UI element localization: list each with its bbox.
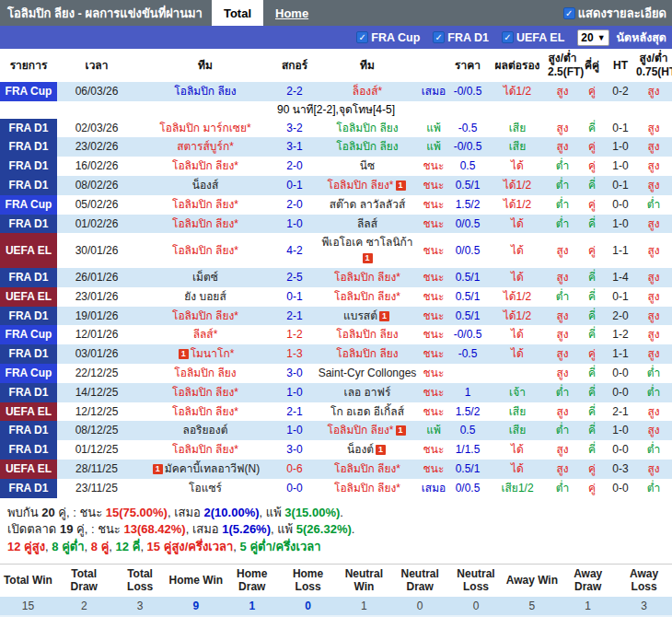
odd-even-cell: คู่ xyxy=(578,344,606,364)
odd-even-cell: คี่ xyxy=(578,440,606,460)
result-cell: ชนะ xyxy=(420,307,447,326)
odds-cell: 0.5/1 xyxy=(447,460,488,479)
odds-cell: 0.5 xyxy=(447,421,488,440)
odd-even-cell: คู่ xyxy=(578,157,606,176)
odds-cell: 0.5/1 xyxy=(447,287,488,307)
over-under-ht-cell: ต่ำ xyxy=(635,364,672,383)
stats-value: 15 xyxy=(0,597,56,615)
stats-header-row: Total WinTotal DrawTotal LossHome WinHom… xyxy=(0,565,672,597)
halftime-score-cell: 0-0 xyxy=(606,440,635,460)
result-cell: ชนะ xyxy=(420,440,447,460)
team-name: ลีลส์* xyxy=(193,328,218,341)
uefa-el-checkbox-icon[interactable]: ✓ xyxy=(502,31,514,43)
team-name: สตารส์บูร์ก* xyxy=(177,140,234,153)
score-cell: 2-5 xyxy=(274,268,315,287)
red-card-icon: 1 xyxy=(376,445,386,455)
tab-home[interactable]: Home xyxy=(263,0,320,26)
result-cell: ชนะ xyxy=(420,364,447,383)
team-name: โอลิมปิก ลียง* xyxy=(172,217,238,230)
odd-even-cell: คู่ xyxy=(578,460,606,479)
stats-value: 0 xyxy=(448,597,504,615)
match-row: FRA D101/12/25โอลิมปิก ลียง*3-0น็องต์1ชน… xyxy=(0,440,672,460)
column-header: รายการ xyxy=(0,49,57,82)
score-cell: 1-3 xyxy=(274,344,315,364)
filter-fra-cup[interactable]: ✓ FRA Cup xyxy=(356,31,420,44)
odds-cell: -0.5 xyxy=(447,344,488,364)
halftime-score-cell: 1-0 xyxy=(606,421,635,440)
home-team-cell: โอลิมปิก ลียง* xyxy=(136,215,274,234)
detail-checkbox-label: แสดงรายละเอียด xyxy=(578,4,666,23)
team-name: โอลิมปิก ลียง* xyxy=(172,159,238,172)
team-name: โอลิมปิก ลียง* xyxy=(334,462,400,475)
handicap-result-cell: ได้ xyxy=(488,268,547,287)
detail-checkbox-icon[interactable]: ✓ xyxy=(563,7,575,19)
handicap-result-cell: เจ้า xyxy=(488,383,547,402)
result-cell: แพ้ xyxy=(420,421,447,440)
over-under-ft-cell: ต่ำ xyxy=(547,157,578,176)
team-name: พีเอโอเค ซาโลนิก้า xyxy=(321,236,412,249)
halftime-score-cell: 0-0 xyxy=(606,479,635,498)
match-date: 23/01/26 xyxy=(57,287,136,307)
score-cell: 2-2 xyxy=(274,82,315,101)
chevron-down-icon: ▼ xyxy=(597,33,606,42)
red-card-icon: 1 xyxy=(363,253,373,263)
summary-segment: , เสมอ xyxy=(186,522,223,536)
stats-value: 5 xyxy=(504,597,560,615)
over-under-ft-cell: สูง xyxy=(547,307,578,326)
team-name: โอลิมปิก มาร์กเซย* xyxy=(159,122,250,134)
match-date: 05/02/26 xyxy=(57,195,136,215)
home-team-cell: โอลิมปิก ลียง xyxy=(136,364,274,383)
match-date: 26/01/26 xyxy=(57,268,136,287)
halftime-score-cell: 1-4 xyxy=(606,268,635,287)
competition-badge: FRA D1 xyxy=(0,157,57,176)
odds-cell: 1.5/2 xyxy=(447,195,488,215)
halftime-score-cell: 1-1 xyxy=(606,344,635,364)
filter-uefa-el[interactable]: ✓ UEFA EL xyxy=(502,31,564,44)
handicap-result-cell: เสีย xyxy=(488,137,547,157)
score-cell: 0-6 xyxy=(274,460,315,479)
away-team-cell: แบรสต์1 xyxy=(315,307,420,326)
home-team-cell: เม็ตซ์ xyxy=(136,268,274,287)
fra-cup-checkbox-icon[interactable]: ✓ xyxy=(356,31,368,43)
match-date: 19/01/26 xyxy=(57,307,136,326)
stats-column-header: Neutral Loss xyxy=(448,565,504,597)
match-date: 08/12/25 xyxy=(57,421,136,440)
stats-section: Total WinTotal DrawTotal LossHome WinHom… xyxy=(0,564,672,617)
summary-segment: , xyxy=(85,540,91,553)
competition-badge: UEFA EL xyxy=(0,287,57,307)
over-under-ft-cell: ต่ำ xyxy=(547,421,578,440)
away-team-cell: โอลิมปิก ลียง*1 xyxy=(315,421,420,440)
match-date: 30/01/26 xyxy=(57,233,136,268)
score-cell: 0-1 xyxy=(274,176,315,195)
column-header xyxy=(420,49,447,82)
match-row: FRA D116/02/26โอลิมปิก ลียง*2-0นีซชนะ0.5… xyxy=(0,157,672,176)
handicap-result-cell: เสีย1/2 xyxy=(488,479,547,498)
summary-segment: เปิดตลาด xyxy=(7,522,60,536)
summary-segment: 1(5.26%) xyxy=(222,522,271,536)
red-card-icon: 1 xyxy=(179,349,189,359)
win-draw-loss-stats-table: Total WinTotal DrawTotal LossHome WinHom… xyxy=(0,565,672,617)
match-row: UEFA EL28/11/251มัคคาบี้เทลอาวีฟ(N)0-6โอ… xyxy=(0,460,672,479)
filter-fra-d1[interactable]: ✓ FRA D1 xyxy=(433,31,489,44)
odds-cell: 0/0.5 xyxy=(447,215,488,234)
over-under-ht-cell: สูง xyxy=(635,344,672,364)
competition-badge: UEFA EL xyxy=(0,460,57,479)
fra-d1-checkbox-icon[interactable]: ✓ xyxy=(433,31,445,43)
team-name: โอลิมปิก ลียง* xyxy=(334,271,400,284)
handicap-result-cell: ได้1/2 xyxy=(488,307,547,326)
detail-toggle[interactable]: ✓ แสดงรายละเอียด xyxy=(563,4,672,23)
match-count-select[interactable]: 20 ▼ xyxy=(577,29,608,46)
match-date: 12/12/25 xyxy=(57,402,136,422)
result-cell: ชนะ xyxy=(420,233,447,268)
result-cell: ชนะ xyxy=(420,325,447,344)
halftime-score-cell: 0-1 xyxy=(606,287,635,307)
halftime-score-cell: 0-1 xyxy=(606,176,635,195)
team-name: มัคคาบี้เทลอาวีฟ(N) xyxy=(165,462,261,475)
tab-total[interactable]: Total xyxy=(212,0,263,26)
match-date: 06/03/26 xyxy=(57,82,136,101)
match-row: FRA D108/12/25ลอริยองต์1-0โอลิมปิก ลียง*… xyxy=(0,421,672,440)
fra-d1-label: FRA D1 xyxy=(447,31,489,44)
match-date: 03/01/26 xyxy=(57,344,136,364)
stats-column-header: Total Loss xyxy=(112,565,168,597)
summary-line-total: พบกัน 20 คู่, : ชนะ 15(75.00%), เสมอ 2(1… xyxy=(7,505,663,522)
